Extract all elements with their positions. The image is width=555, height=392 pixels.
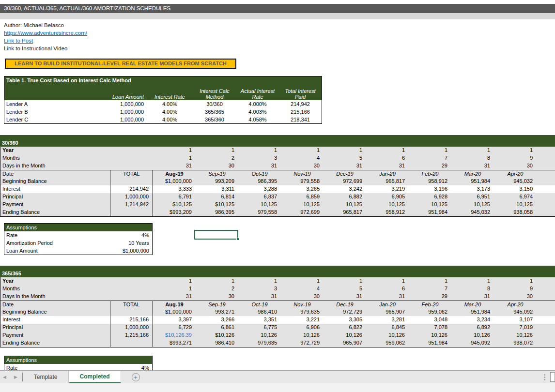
table1-col-header[interactable]: Interest Rate [147,94,193,100]
schedule-date-value[interactable]: Sep-19 [196,301,238,308]
schedule-cell-value[interactable]: 6,822 [324,324,366,332]
schedule-cell-value[interactable]: 3,305 [324,316,366,324]
schedule-cell-value[interactable]: 965,907 [324,339,366,347]
schedule-meta-value[interactable]: 31 [451,293,494,301]
table1-calc-method[interactable]: 30/360 [193,100,236,108]
schedule-cell-value[interactable]: 6,859 [281,193,324,201]
table1-interest-rate[interactable]: 4.00% [147,100,193,108]
table1-col-header[interactable]: Total Interest Paid [279,88,322,100]
schedule-cell-value[interactable]: 986,395 [238,178,281,185]
schedule-meta-total-cell[interactable] [110,154,153,162]
table1-total-interest[interactable]: 215,166 [279,108,322,116]
schedule-meta-value[interactable]: 30 [494,162,537,170]
schedule-row-label[interactable]: Beginning Balance [0,308,110,316]
schedule-row-total[interactable] [110,209,153,216]
schedule-meta-value[interactable]: 1 [281,277,324,285]
table1-col-header[interactable]: Interest Calc Method [193,88,236,100]
schedule-meta-value[interactable]: 7 [409,154,451,162]
schedule-cell-value[interactable]: 945,092 [451,339,494,347]
table1-loan-amount[interactable]: 1,000,000 [86,100,147,108]
schedule-meta-value[interactable]: 31 [153,162,196,170]
schedule-cell-value[interactable]: 3,311 [196,185,238,193]
schedule-meta-value[interactable]: 31 [451,162,494,170]
schedule-cell-value[interactable]: 10,126 [451,332,494,339]
schedule-meta-value[interactable]: 1 [153,147,196,154]
assumptions-1-title[interactable]: Assumptions [4,224,152,231]
sheet-nav-left-icon[interactable]: ◀ [3,375,6,379]
schedule-cell-value[interactable]: 979,558 [238,209,281,216]
table1-lender-label[interactable]: Lender B [4,108,86,116]
tabbar-resize-handle[interactable] [544,371,545,383]
schedule-cell-value[interactable]: 10,125 [324,201,366,209]
assumption-value[interactable]: 10 Years [128,239,152,247]
schedule-meta-value[interactable]: 31 [324,162,366,170]
schedule-date-value[interactable]: Nov-19 [281,170,324,178]
schedule-meta-value[interactable]: 1 [366,147,409,154]
schedule-cell-value[interactable]: 10,126 [324,332,366,339]
schedule-date-value[interactable]: Feb-20 [409,301,451,308]
schedule-365-365-header[interactable]: 365/365 [0,266,555,277]
schedule-cell-value[interactable]: 10,125 [409,201,451,209]
schedule-meta-value[interactable]: 31 [366,293,409,301]
schedule-meta-value[interactable]: 31 [324,293,366,301]
schedule-cell-value[interactable]: $10,126 [196,332,238,339]
schedule-cell-value[interactable]: 972,699 [281,209,324,216]
schedule-meta-value[interactable]: 31 [238,162,281,170]
schedule-cell-value[interactable]: 951,984 [451,178,494,185]
schedule-meta-value[interactable]: 1 [238,277,281,285]
schedule-meta-value[interactable]: 30 [281,162,324,170]
schedule-meta-value[interactable]: 1 [409,147,451,154]
schedule-meta-value[interactable]: 6 [366,154,409,162]
schedule-cell-value[interactable]: 938,058 [494,209,537,216]
schedule-cell-value[interactable]: 6,845 [366,324,409,332]
schedule-date-value[interactable]: Apr-20 [494,301,537,308]
schedule-cell-value[interactable]: 6,729 [153,324,196,332]
table1-calc-method[interactable]: 365/360 [193,116,236,123]
schedule-cell-value[interactable]: 958,912 [409,178,451,185]
schedule-meta-value[interactable]: 1 [324,277,366,285]
selected-cell[interactable] [194,230,238,240]
schedule-meta-total-cell[interactable] [110,162,153,170]
table1-col-header[interactable]: Actual Interest Rate [236,88,279,100]
tab-completed[interactable]: Completed [69,371,121,383]
schedule-cell-value[interactable]: 979,635 [238,339,281,347]
schedule-meta-total-cell[interactable] [110,277,153,285]
schedule-row-label[interactable]: Principal [0,324,110,332]
schedule-meta-value[interactable]: 29 [409,293,451,301]
assumption-label[interactable]: Rate [4,231,141,239]
schedule-cell-value[interactable]: 10,126 [281,332,324,339]
schedule-cell-value[interactable]: 6,974 [494,193,537,201]
schedule-row-total[interactable] [110,339,153,347]
schedule-row-label[interactable]: Payment [0,332,110,339]
schedule-meta-value[interactable]: 8 [451,154,494,162]
schedule-cell-value[interactable]: 938,072 [494,339,537,347]
assumptions-2-title[interactable]: Assumptions [4,356,152,364]
schedule-cell-value[interactable]: 993,209 [196,178,238,185]
schedule-cell-value[interactable]: 6,775 [238,324,281,332]
schedule-row-total[interactable]: 214,942 [110,185,153,193]
schedule-cell-value[interactable]: 10,126 [409,332,451,339]
assumption-label[interactable]: Loan Amount [4,247,123,255]
schedule-meta-value[interactable]: 30 [196,162,238,170]
schedule-cell-value[interactable]: 3,173 [451,185,494,193]
schedule-cell-value[interactable]: 3,281 [366,316,409,324]
schedule-meta-value[interactable]: 30 [196,293,238,301]
schedule-meta-total-cell[interactable] [110,147,153,154]
schedule-cell-value[interactable]: 3,107 [494,316,537,324]
schedule-cell-value[interactable]: 3,266 [196,316,238,324]
schedule-meta-value[interactable]: 1 [196,147,238,154]
schedule-cell-value[interactable]: 6,791 [153,193,196,201]
schedule-cell-value[interactable]: 979,558 [281,178,324,185]
schedule-cell-value[interactable]: 945,032 [451,209,494,216]
schedule-row-label[interactable]: Interest [0,185,110,193]
schedule-row-label[interactable]: Interest [0,316,110,324]
schedule-date-value[interactable]: Apr-20 [494,170,537,178]
schedule-cell-value[interactable]: 959,062 [366,339,409,347]
table1-loan-amount[interactable]: 1,000,000 [86,108,147,116]
schedule-cell-value[interactable]: 972,729 [324,308,366,316]
schedule-date-value[interactable]: Oct-19 [238,301,281,308]
schedule-cell-value[interactable]: 10,125 [238,201,281,209]
schedule-meta-total-cell[interactable] [110,285,153,293]
schedule-meta-value[interactable]: 3 [238,154,281,162]
schedule-cell-value[interactable]: 6,892 [451,324,494,332]
